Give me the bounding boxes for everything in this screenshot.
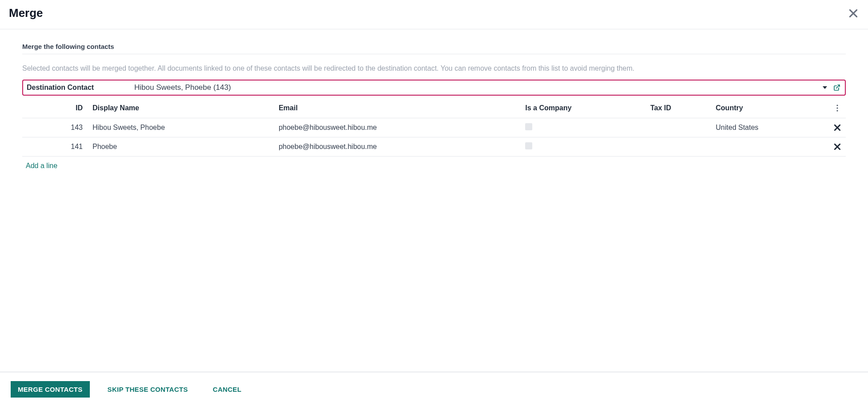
th-id[interactable]: ID bbox=[22, 98, 89, 118]
kebab-icon bbox=[836, 105, 838, 112]
external-link-icon[interactable] bbox=[833, 84, 840, 91]
add-line-link[interactable]: Add a line bbox=[26, 162, 57, 169]
svg-point-1 bbox=[836, 105, 838, 106]
cell-display-name: Phoebe bbox=[89, 137, 275, 156]
cell-tax-id bbox=[647, 118, 712, 137]
x-icon bbox=[834, 144, 840, 150]
close-button[interactable] bbox=[848, 8, 859, 19]
modal-header: Merge bbox=[0, 0, 868, 29]
merge-contacts-button[interactable]: MERGE CONTACTS bbox=[11, 381, 90, 398]
description-text: Selected contacts will be merged togethe… bbox=[22, 63, 846, 74]
cell-display-name: Hibou Sweets, Phoebe bbox=[89, 118, 275, 137]
close-icon bbox=[849, 9, 857, 17]
th-is-company[interactable]: Is a Company bbox=[522, 98, 647, 118]
table-row[interactable]: 141 Phoebe phoebe@hibousweet.hibou.me bbox=[22, 137, 846, 156]
cell-country: United States bbox=[712, 118, 829, 137]
svg-point-3 bbox=[836, 110, 838, 111]
chevron-down-icon[interactable] bbox=[823, 86, 827, 89]
remove-row-button[interactable] bbox=[832, 142, 842, 152]
checkbox-unchecked-icon[interactable] bbox=[525, 142, 532, 149]
table-row[interactable]: 143 Hibou Sweets, Phoebe phoebe@hibouswe… bbox=[22, 118, 846, 137]
destination-label: Destination Contact bbox=[23, 84, 125, 92]
th-country[interactable]: Country bbox=[712, 98, 829, 118]
cell-email: phoebe@hibousweet.hibou.me bbox=[275, 118, 522, 137]
cell-id: 141 bbox=[22, 137, 89, 156]
destination-value: Hibou Sweets, Phoebe (143) bbox=[134, 83, 818, 92]
cell-country bbox=[712, 137, 829, 156]
destination-contact-row: Destination Contact Hibou Sweets, Phoebe… bbox=[22, 80, 846, 96]
x-icon bbox=[834, 125, 840, 131]
th-tax-id[interactable]: Tax ID bbox=[647, 98, 712, 118]
svg-point-2 bbox=[836, 107, 838, 109]
skip-contacts-button[interactable]: SKIP THESE CONTACTS bbox=[100, 381, 195, 398]
modal-body: Merge the following contacts Selected co… bbox=[0, 29, 868, 372]
destination-select[interactable]: Hibou Sweets, Phoebe (143) bbox=[134, 83, 840, 92]
cell-id: 143 bbox=[22, 118, 89, 137]
cell-tax-id bbox=[647, 137, 712, 156]
add-line-row: Add a line bbox=[22, 156, 846, 174]
cell-is-company bbox=[522, 118, 647, 137]
cancel-button[interactable]: CANCEL bbox=[206, 381, 249, 398]
modal-title: Merge bbox=[9, 6, 43, 20]
svg-line-0 bbox=[836, 85, 840, 88]
merge-modal: Merge Merge the following contacts Selec… bbox=[0, 0, 868, 402]
remove-row-button[interactable] bbox=[832, 123, 842, 133]
cell-is-company bbox=[522, 137, 647, 156]
contacts-table: ID Display Name Email Is a Company Tax I… bbox=[22, 98, 846, 174]
th-display-name[interactable]: Display Name bbox=[89, 98, 275, 118]
cell-email: phoebe@hibousweet.hibou.me bbox=[275, 137, 522, 156]
modal-footer: MERGE CONTACTS SKIP THESE CONTACTS CANCE… bbox=[0, 372, 868, 402]
th-email[interactable]: Email bbox=[275, 98, 522, 118]
checkbox-unchecked-icon[interactable] bbox=[525, 123, 532, 130]
section-title: Merge the following contacts bbox=[22, 43, 846, 54]
table-options-button[interactable] bbox=[835, 103, 840, 113]
